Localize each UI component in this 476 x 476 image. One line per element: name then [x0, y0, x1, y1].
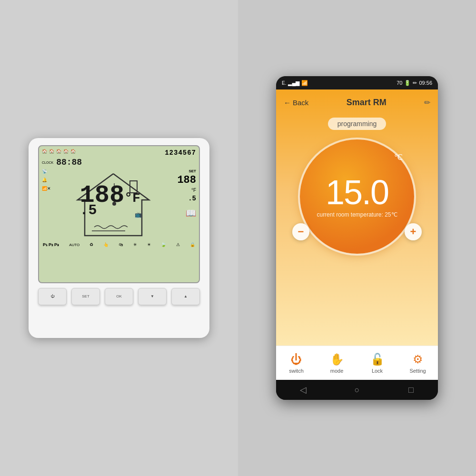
big-temperature: 188°F .5	[80, 183, 140, 218]
lock-nav-icon: 🔓	[370, 353, 385, 366]
right-panel: E. ▂▄▆ 📶 70 🔋 ✏ 09:56 ← Back Smart RM ✏	[238, 0, 476, 476]
set-temp-decimal: .5	[188, 195, 196, 202]
temp-circle-container: ℃ 15.0 current room temperature: 25℃ − +	[276, 139, 438, 254]
p2-badge: P₂	[49, 242, 53, 247]
back-button[interactable]: ← Back	[284, 99, 308, 107]
increase-temp-button[interactable]: +	[405, 223, 422, 240]
ok-button[interactable]: OK	[105, 288, 133, 305]
back-arrow-icon: ←	[284, 99, 291, 107]
clock-time: 88:88	[56, 158, 82, 167]
p1-badge: P₁	[43, 242, 48, 247]
lock-icon: 🔒	[190, 242, 195, 247]
lock-label: Lock	[372, 368, 383, 374]
back-label: Back	[293, 99, 308, 107]
wifi-x-icon: 📶✕	[42, 186, 56, 191]
set-unit: °F	[191, 188, 196, 193]
segment-numbers: 1234567	[165, 149, 196, 157]
house-icon-4: 🏠	[63, 149, 69, 154]
phone-frame: E. ▂▄▆ 📶 70 🔋 ✏ 09:56 ← Back Smart RM ✏	[276, 76, 438, 400]
status-bar: E. ▂▄▆ 📶 70 🔋 ✏ 09:56	[276, 76, 438, 89]
android-nav: ◁ ○ □	[276, 380, 438, 400]
bag-icon: 🛍	[119, 242, 123, 247]
lcd-screen: 🏠 🏠 🏠 🏠 🏠 1234567 CLOCK 88:88 📡 🔔	[38, 145, 200, 283]
app-header: ← Back Smart RM ✏	[276, 89, 438, 116]
up-arrow-icon: ▲	[184, 294, 188, 298]
programming-btn-container: programming	[276, 118, 438, 130]
sun2-icon: ☀	[147, 242, 151, 247]
temp-unit-display: ℃	[394, 153, 403, 162]
setting-icon: ⚙	[413, 353, 423, 366]
android-back-button[interactable]: ◁	[294, 385, 313, 395]
down-button[interactable]: ▼	[138, 288, 167, 305]
switch-icon: ⏻	[291, 353, 302, 366]
wireless-icon: 📡	[42, 169, 56, 174]
house-outline: 📺 188°F .5	[73, 169, 154, 240]
android-recents-button[interactable]: □	[401, 385, 420, 395]
signal-bars: ▂▄▆	[288, 80, 299, 86]
mode-icon: ✋	[330, 353, 344, 366]
status-left: E. ▂▄▆ 📶	[282, 80, 308, 86]
clock-status: 09:56	[419, 80, 432, 86]
nav-mode[interactable]: ✋ mode	[320, 353, 354, 374]
lcd-top-row: 🏠 🏠 🏠 🏠 🏠 1234567	[42, 149, 196, 157]
app-content: ← Back Smart RM ✏ programming ℃ 15.0 cur…	[276, 89, 438, 346]
auto-label: AUTO	[69, 243, 79, 247]
edit-status-icon: ✏	[413, 80, 417, 86]
app-title: Smart RM	[347, 98, 387, 108]
lcd-right-col: SET 188 °F .5 📖	[170, 169, 196, 240]
programming-button[interactable]: programming	[328, 118, 386, 130]
wifi-icon: 📶	[301, 80, 308, 86]
book-icon: 📖	[186, 208, 196, 218]
mode-label: mode	[330, 368, 344, 374]
leaf-icon: 🍃	[161, 242, 166, 247]
nav-setting[interactable]: ⚙ Setting	[401, 353, 435, 374]
power-button[interactable]: ⏻	[38, 288, 67, 305]
clock-row: CLOCK 88:88	[42, 158, 196, 167]
bottom-nav: ⏻ switch ✋ mode 🔓 Lock ⚙ Setting	[276, 346, 438, 380]
house-icon-1: 🏠	[42, 149, 47, 154]
house-icon-5: 🏠	[70, 149, 76, 154]
temp-circle: ℃ 15.0 current room temperature: 25℃ − +	[300, 139, 414, 254]
android-home-button[interactable]: ○	[347, 385, 367, 395]
p-badges: P₁ P₂ P₃	[43, 242, 59, 247]
sun-icon: ✳	[133, 242, 137, 247]
button-row: ⏻ SET OK ▼ ▲	[38, 288, 200, 305]
left-panel: 🏠 🏠 🏠 🏠 🏠 1234567 CLOCK 88:88 📡 🔔	[0, 0, 238, 476]
lcd-middle: 📡 🔔 📶✕	[42, 169, 196, 240]
status-right: 70 🔋 ✏ 09:56	[397, 80, 432, 86]
house-icon-2: 🏠	[49, 149, 54, 154]
thermostat-device: 🏠 🏠 🏠 🏠 🏠 1234567 CLOCK 88:88 📡 🔔	[29, 138, 209, 338]
up-button[interactable]: ▲	[171, 288, 200, 305]
hand-icon: 👆	[103, 242, 109, 247]
set-temperature: 188	[177, 175, 196, 186]
decrease-temp-button[interactable]: −	[292, 223, 309, 240]
lcd-center: 📺 188°F .5	[58, 169, 168, 240]
clock-label: CLOCK	[42, 161, 53, 164]
power-icon: ⏻	[50, 294, 54, 298]
set-button[interactable]: SET	[71, 288, 100, 305]
switch-label: switch	[289, 368, 304, 374]
recycle-icon: ♻	[89, 242, 93, 247]
ok-button-label: OK	[116, 294, 122, 298]
setting-label: Setting	[409, 368, 426, 374]
warning-icon: ⚠	[176, 242, 180, 247]
nav-lock[interactable]: 🔓 Lock	[361, 353, 394, 374]
signal-icon: E.	[282, 80, 286, 86]
battery-level: 70	[397, 80, 402, 86]
set-label: SET	[188, 169, 196, 173]
lcd-left-icons: 📡 🔔 📶✕	[42, 169, 56, 240]
lcd-top-icons: 🏠 🏠 🏠 🏠 🏠	[42, 149, 76, 154]
lcd-bottom-icons: P₁ P₂ P₃ AUTO ♻ 👆 🛍 ✳ ☀ 🍃 ⚠ 🔒	[42, 242, 196, 247]
p3-badge: P₃	[54, 242, 59, 247]
battery-icon: 🔋	[404, 80, 411, 86]
edit-button[interactable]: ✏	[424, 98, 430, 107]
set-button-label: SET	[82, 294, 89, 298]
house-icon-3: 🏠	[56, 149, 61, 154]
nav-switch[interactable]: ⏻ switch	[280, 353, 313, 374]
down-arrow-icon: ▼	[150, 294, 154, 298]
bell-icon: 🔔	[42, 178, 56, 182]
